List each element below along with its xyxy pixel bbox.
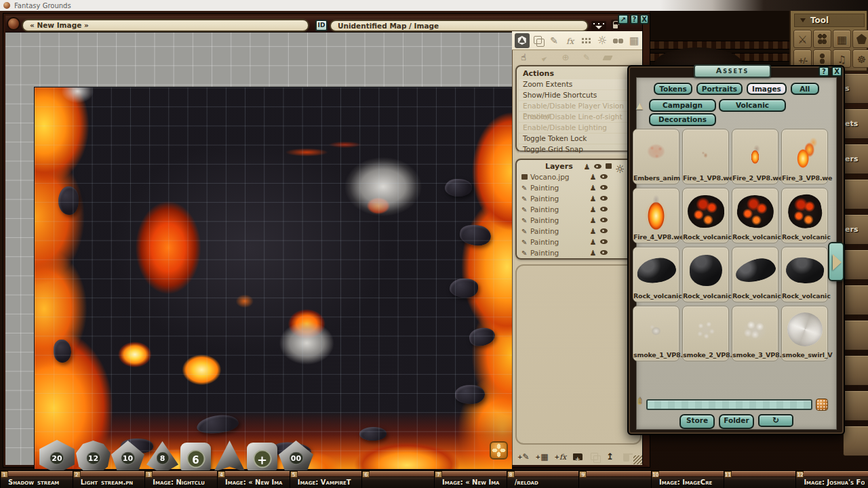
taskbar-slot[interactable]: 12 Image: Joshua's Fo [795, 471, 868, 488]
asset-card[interactable]: Fire_2_VP8.we [732, 129, 778, 184]
layer-visibility-icon[interactable] [599, 227, 608, 235]
thumbnail-size-button[interactable] [816, 399, 828, 411]
layer-visibility-icon[interactable] [599, 173, 608, 181]
layer-row[interactable]: Painting [517, 193, 640, 204]
add-tile-layer-button[interactable] [536, 451, 549, 463]
sidebar-button[interactable] [843, 355, 868, 386]
action-item[interactable]: Enable/Disable Line-of-sight [519, 112, 638, 122]
refresh-button[interactable]: ↻ [758, 414, 793, 427]
erase-tool[interactable] [601, 52, 614, 63]
sidebar-button[interactable] [843, 426, 868, 456]
layer-row[interactable]: Painting [517, 204, 640, 215]
layer-visibility-icon[interactable] [599, 205, 608, 214]
asset-card[interactable]: smoke_swirl_V [781, 306, 828, 361]
map-title[interactable]: Unidentified Map / Image [330, 20, 589, 32]
asset-card[interactable]: smoke_1_VP8. [633, 306, 679, 361]
store-button[interactable]: Store [679, 414, 715, 429]
sidebar-button[interactable] [843, 320, 868, 350]
page-forward-arrow[interactable] [828, 242, 844, 281]
action-item[interactable]: Enable/Disable Lighting [519, 123, 638, 133]
asset-card[interactable]: Fire_1_VP8.we [682, 129, 729, 184]
sidebar-button[interactable] [843, 179, 868, 209]
image-icon[interactable] [604, 163, 613, 171]
layer-visibility-icon[interactable] [599, 249, 608, 257]
taskbar-slot[interactable]: 6 [361, 471, 434, 488]
map-canvas[interactable] [5, 33, 512, 465]
sidebar-button[interactable]: ers [843, 144, 868, 174]
layer-row[interactable]: Painting [517, 237, 640, 247]
add-paint-layer-button[interactable] [517, 451, 530, 463]
radial-menu-button[interactable] [490, 441, 508, 460]
player-view-icon[interactable] [591, 21, 606, 30]
layer-row[interactable]: Painting [517, 247, 640, 258]
layer-visibility-icon[interactable] [599, 195, 608, 203]
assets-filter-tokens[interactable]: Tokens [654, 83, 692, 95]
id-badge[interactable]: ID [315, 20, 328, 31]
asset-card[interactable]: Rock_volcanic [682, 188, 729, 243]
volcanic-map-image[interactable] [34, 87, 513, 470]
asset-card[interactable]: Embers_anim [633, 129, 679, 184]
layer-visibility-icon[interactable] [599, 184, 608, 192]
select-tool[interactable] [538, 52, 551, 63]
asset-card[interactable]: Rock_volcanic [732, 188, 778, 243]
assets-filter-images[interactable]: Images [747, 83, 787, 95]
grid-mode-tool[interactable] [627, 33, 642, 48]
window-radial-icon[interactable] [7, 17, 20, 30]
lighting-mode-tool[interactable] [595, 33, 610, 48]
party-sheet-icon[interactable] [813, 30, 831, 48]
taskbar-slot[interactable]: 5 Image: VampireT [290, 471, 362, 488]
pan-tool[interactable] [517, 52, 530, 63]
die-modifier[interactable]: + [247, 443, 277, 473]
dice-tower-icon[interactable] [852, 30, 868, 48]
mask-mode-tool[interactable] [611, 33, 626, 48]
layer-visibility-icon[interactable] [599, 238, 608, 246]
taskbar-slot[interactable]: 8 /reload [507, 471, 579, 488]
layer-visibility-icon[interactable] [599, 216, 608, 224]
assets-title[interactable]: Assets [694, 64, 771, 78]
asset-card[interactable]: Rock_volcanic [633, 247, 679, 302]
action-item[interactable]: Zoom Extents [519, 79, 638, 89]
assets-help-button[interactable]: ? [818, 66, 829, 77]
effects-mode-tool[interactable] [563, 33, 578, 48]
combat-tracker-icon[interactable] [793, 30, 812, 48]
taskbar-slot[interactable]: 4 Image: « New Ima [217, 471, 290, 488]
assets-module-decorations[interactable]: Decorations [649, 113, 716, 126]
layer-token-icon[interactable] [589, 195, 597, 203]
action-item[interactable]: Toggle Token Lock [519, 134, 638, 144]
layer-row[interactable]: Painting [517, 182, 640, 193]
asset-card[interactable]: smoke_3_VP8. [732, 306, 778, 361]
layer-token-icon[interactable] [589, 205, 597, 214]
delete-layer-button[interactable] [621, 451, 631, 463]
action-item[interactable]: Show/Hide Shortcuts [519, 90, 638, 100]
taskbar-slot[interactable]: 3 Image: Nightclu [144, 471, 217, 488]
taskbar-slot[interactable]: 2 Light_stream.pn [73, 471, 145, 488]
taskbar-slot[interactable]: 11 [724, 471, 796, 488]
asset-card[interactable]: Rock_volcanic [781, 188, 828, 243]
window-close-button[interactable]: X [639, 14, 649, 24]
taskbar-slot[interactable]: 7 Image: « New Ima [434, 471, 507, 488]
assets-filter-all[interactable]: All [791, 83, 819, 95]
pointer-mode-tool[interactable] [515, 33, 530, 48]
asset-card[interactable]: Rock_volcanic [732, 247, 778, 302]
token-visibility-icon[interactable] [583, 163, 591, 171]
sidebar-button[interactable] [843, 285, 868, 315]
folder-button[interactable]: Folder [719, 414, 754, 429]
assets-filter-portraits[interactable]: Portraits [696, 83, 743, 95]
add-folder-button[interactable] [572, 451, 583, 463]
layer-token-icon[interactable] [589, 249, 597, 257]
paint-mode-tool[interactable] [547, 33, 561, 48]
asset-card[interactable]: Fire_4_VP8.we [633, 188, 679, 243]
duplicate-layer-button[interactable] [589, 451, 599, 463]
visibility-icon[interactable] [593, 163, 602, 171]
layer-token-icon[interactable] [589, 238, 597, 246]
layer-token-icon[interactable] [589, 216, 597, 224]
die-d6[interactable]: 6 [180, 443, 211, 473]
assets-scrollbar[interactable] [646, 399, 812, 410]
calendar-icon[interactable] [833, 30, 851, 48]
taskbar-slot[interactable]: 9 [578, 471, 651, 488]
layer-token-icon[interactable] [589, 227, 597, 235]
center-view-tool[interactable] [559, 52, 572, 63]
scroll-up-arrow[interactable]: ▲ [636, 100, 643, 110]
assets-module-campaign[interactable]: Campaign [649, 99, 716, 112]
draw-tool[interactable] [580, 52, 593, 63]
